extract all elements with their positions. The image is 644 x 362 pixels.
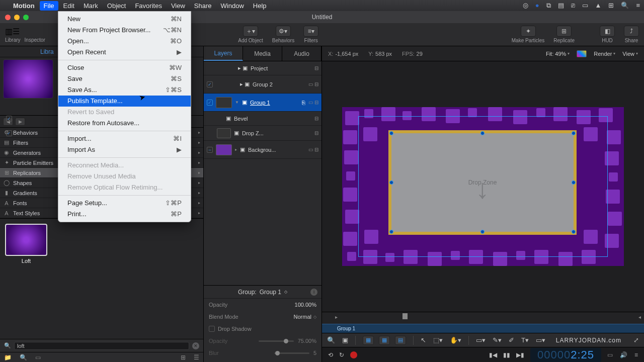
brush-tool[interactable]: ✐: [509, 336, 514, 344]
layer-project[interactable]: ▸ ▣Project⊟: [204, 61, 321, 75]
menu-print[interactable]: Print...⌘P: [58, 209, 191, 220]
ruler-button[interactable]: ▤: [395, 336, 406, 345]
menu-mark[interactable]: Mark: [84, 2, 98, 10]
menu-help[interactable]: Help: [253, 2, 267, 10]
menu-save-as[interactable]: Save As...⇧⌘S: [58, 84, 191, 96]
list-view-icon[interactable]: ☰: [194, 354, 199, 361]
zoom-icon[interactable]: 🔍: [327, 336, 335, 344]
status-icon[interactable]: ◎: [523, 2, 528, 10]
playhead[interactable]: [403, 313, 408, 319]
menu-import-as[interactable]: Import As▶: [58, 144, 191, 155]
app-name[interactable]: Motion: [13, 2, 35, 10]
expand-icon[interactable]: ⤢: [633, 336, 639, 344]
next-button[interactable]: ▶▮: [516, 351, 524, 358]
menu-close[interactable]: Close⌘W: [58, 62, 191, 73]
status-icon[interactable]: ▭: [582, 2, 588, 10]
frame-icon[interactable]: ▣: [342, 336, 348, 344]
crop-tool[interactable]: ⬚▾: [433, 336, 443, 344]
window-close-button[interactable]: [5, 15, 11, 20]
layer-group1[interactable]: ✓▼▣Group 1⎘▭ ⊟: [204, 94, 321, 112]
layer-background[interactable]: –▸▣Backgrou...▭ ⊟: [204, 141, 321, 159]
window-maximize-button[interactable]: [23, 15, 29, 20]
menu-file[interactable]: File: [40, 1, 58, 11]
add-object-button[interactable]: ＋▾: [243, 26, 258, 37]
hud-button[interactable]: ◧: [600, 26, 615, 37]
menu-view[interactable]: View: [171, 2, 185, 10]
timeline-toggle-icon[interactable]: ≡: [634, 351, 638, 358]
fit-dropdown[interactable]: Fit: 49%: [546, 51, 570, 57]
grid-view-icon[interactable]: ⊞: [181, 354, 186, 361]
status-icon[interactable]: ⊞: [608, 2, 614, 10]
video-out-icon[interactable]: ▭: [607, 351, 613, 358]
render-dropdown[interactable]: Render: [594, 51, 615, 57]
rect-tool[interactable]: ▭▾: [476, 336, 486, 344]
make-particles-button[interactable]: ✦: [521, 26, 536, 37]
search-icon[interactable]: 🔍: [621, 2, 629, 10]
dropshadow-checkbox[interactable]: [209, 326, 215, 332]
tab-audio[interactable]: Audio: [282, 46, 321, 61]
library-tab[interactable]: Libra: [40, 48, 54, 55]
mini-timeline[interactable]: ▸ ◂: [322, 312, 644, 324]
library-search-input[interactable]: [14, 342, 189, 350]
timecode[interactable]: 000002:25: [530, 348, 601, 362]
tab-media[interactable]: Media: [243, 46, 282, 61]
menu-open[interactable]: Open...⌘O: [58, 36, 191, 47]
menu-share[interactable]: Share: [194, 2, 212, 10]
grid-button[interactable]: ▦: [379, 336, 390, 345]
record-button[interactable]: [350, 351, 357, 358]
text-tool[interactable]: T▾: [521, 336, 529, 344]
goto-start-icon[interactable]: ⟲: [328, 351, 333, 358]
canvas[interactable]: Drop Zone ↓: [342, 107, 624, 266]
behaviors-button[interactable]: ⚙▾: [276, 26, 291, 37]
hand-tool[interactable]: ✋▾: [450, 336, 461, 344]
pen-tool[interactable]: ✎▾: [493, 336, 502, 344]
share-button[interactable]: ⤴: [624, 26, 639, 37]
menu-window[interactable]: Window: [221, 2, 244, 10]
ds-opacity-slider[interactable]: [259, 340, 294, 342]
safe-zones-button[interactable]: ▦: [363, 336, 374, 345]
layer-group2[interactable]: ✓▸ ▣Group 2▭ ⊟: [204, 75, 321, 94]
nav-forward-button[interactable]: ▶: [15, 118, 25, 126]
pause-button[interactable]: ▮▮: [503, 351, 510, 358]
tab-layers[interactable]: Layers: [204, 46, 243, 61]
search-icon[interactable]: 🔍: [20, 354, 27, 361]
audio-icon[interactable]: 🔊: [620, 351, 627, 358]
filters-button[interactable]: ≡▾: [303, 26, 318, 37]
menu-import[interactable]: Import...⌘I: [58, 133, 191, 144]
menu-publish-template[interactable]: Publish Template...: [58, 96, 191, 107]
dropbox-icon[interactable]: ⧉: [546, 2, 551, 10]
arrow-tool[interactable]: ↖: [421, 336, 426, 344]
mask-tool[interactable]: ▭▾: [536, 336, 545, 344]
menu-open-recent[interactable]: Open Recent▶: [58, 47, 191, 58]
menu-edit[interactable]: Edit: [63, 2, 74, 10]
new-folder-icon[interactable]: 📁: [4, 354, 12, 361]
status-icon[interactable]: ●: [535, 2, 539, 10]
menu-new-browser[interactable]: New From Project Browser...⌥⌘N: [58, 25, 191, 36]
menu-restore-autosave[interactable]: Restore from Autosave...: [58, 118, 191, 129]
blur-slider[interactable]: [274, 352, 309, 354]
library-button[interactable]: ▥: [5, 27, 13, 36]
info-icon[interactable]: i: [310, 289, 317, 296]
clear-search-button[interactable]: ✕: [192, 342, 199, 349]
bookmark-icon[interactable]: ▭: [35, 354, 41, 361]
loop-icon[interactable]: ↻: [339, 351, 344, 358]
menu-page-setup[interactable]: Page Setup...⇧⌘P: [58, 198, 191, 209]
status-icon[interactable]: ▲: [595, 2, 602, 10]
layer-bevel[interactable]: ✓▣Bevel⊟: [204, 112, 321, 126]
library-item-loft[interactable]: Loft: [5, 224, 47, 264]
prev-button[interactable]: ▮◀: [489, 351, 497, 358]
color-channels-button[interactable]: [577, 50, 587, 57]
menu-icon[interactable]: ≡: [636, 2, 640, 10]
menu-favorites[interactable]: Favorites: [135, 2, 162, 10]
window-minimize-button[interactable]: [14, 15, 20, 20]
status-icon[interactable]: ▤: [558, 2, 564, 10]
menu-save[interactable]: Save⌘S: [58, 73, 191, 84]
menu-object[interactable]: Object: [107, 2, 126, 10]
drop-zone[interactable]: Drop Zone ↓: [388, 130, 577, 235]
inspector-button[interactable]: ☰: [13, 27, 20, 36]
replicate-button[interactable]: ⊞: [556, 26, 572, 37]
menu-new[interactable]: New⌘N: [58, 14, 191, 25]
timeline-clip[interactable]: Group 1: [322, 324, 644, 333]
status-icon[interactable]: ⎚: [571, 2, 575, 10]
view-dropdown[interactable]: View: [622, 51, 638, 57]
